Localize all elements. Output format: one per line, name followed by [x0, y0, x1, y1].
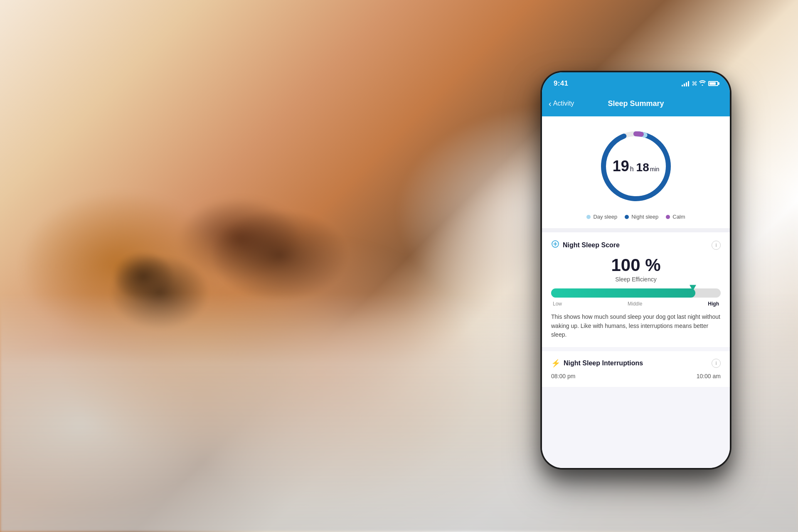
wifi-icon: ⌘	[692, 80, 706, 87]
interruptions-title-row: ⚡ Night Sleep Interruptions	[551, 359, 643, 368]
legend-calm: Calm	[666, 214, 685, 220]
battery-icon	[708, 81, 718, 86]
interruptions-time-range: 08:00 pm 10:00 am	[551, 373, 721, 379]
section-divider	[542, 228, 730, 232]
sleep-legend: Day sleep Night sleep Calm	[586, 214, 685, 220]
middle-label: Middle	[628, 301, 642, 307]
status-bar: 9:41 ⌘	[542, 72, 730, 93]
night-sleep-label: Night sleep	[631, 214, 658, 220]
nav-header: ‹ Activity Sleep Summary	[542, 93, 730, 116]
status-time: 9:41	[554, 79, 568, 88]
progress-indicator-arrow	[690, 285, 696, 291]
night-sleep-dot	[625, 215, 629, 219]
efficiency-progress-fill	[551, 288, 695, 298]
chevron-left-icon: ‹	[549, 99, 552, 108]
phone: 9:41 ⌘	[540, 71, 732, 470]
interruptions-title: Night Sleep Interruptions	[564, 360, 643, 367]
phone-content[interactable]: 19 h 18 min Day sleep	[542, 116, 730, 468]
high-label: High	[708, 301, 719, 307]
day-sleep-dot	[586, 215, 591, 219]
sleep-minutes: 18	[636, 161, 649, 174]
score-title-row: Night Sleep Score	[551, 240, 620, 250]
night-sleep-score-card: Night Sleep Score i 100 % Sleep Efficien…	[542, 232, 730, 347]
efficiency-progress-track	[551, 288, 721, 298]
lightning-icon: ⚡	[551, 359, 560, 368]
sleep-duration-display: 19 h 18 min	[598, 129, 673, 204]
status-icons: ⌘	[682, 80, 718, 87]
night-sleep-score-title: Night Sleep Score	[563, 241, 620, 249]
signal-icon	[682, 81, 689, 86]
page-title: Sleep Summary	[608, 99, 664, 108]
interruptions-header: ⚡ Night Sleep Interruptions i	[551, 359, 721, 368]
back-button[interactable]: ‹ Activity	[549, 99, 574, 108]
legend-day-sleep: Day sleep	[586, 214, 617, 220]
sleep-hours: 19	[613, 158, 629, 175]
minutes-unit: min	[650, 166, 660, 172]
legend-night-sleep: Night sleep	[625, 214, 658, 220]
phone-screen: 9:41 ⌘	[542, 72, 730, 468]
back-label: Activity	[553, 100, 574, 107]
interruptions-info-icon[interactable]: i	[712, 359, 721, 368]
progress-labels: Low Middle High	[551, 301, 721, 307]
moon-icon	[551, 240, 559, 250]
score-sublabel: Sleep Efficiency	[551, 276, 721, 283]
calm-dot	[666, 215, 670, 219]
interruptions-card: ⚡ Night Sleep Interruptions i 08:00 pm 1…	[542, 351, 730, 387]
time-end: 10:00 am	[697, 373, 721, 379]
hours-unit: h	[630, 165, 634, 173]
time-start: 08:00 pm	[551, 373, 575, 379]
phone-frame: 9:41 ⌘	[540, 71, 732, 470]
score-percentage: 100 %	[551, 255, 721, 275]
low-label: Low	[553, 301, 562, 307]
score-description: This shows how much sound sleep your dog…	[551, 313, 721, 340]
score-card-header: Night Sleep Score i	[551, 240, 721, 250]
sleep-circle-section: 19 h 18 min Day sleep	[542, 116, 730, 228]
sleep-ring-chart: 19 h 18 min	[598, 129, 673, 204]
day-sleep-label: Day sleep	[593, 214, 617, 220]
calm-label: Calm	[672, 214, 685, 220]
info-icon[interactable]: i	[712, 241, 721, 250]
